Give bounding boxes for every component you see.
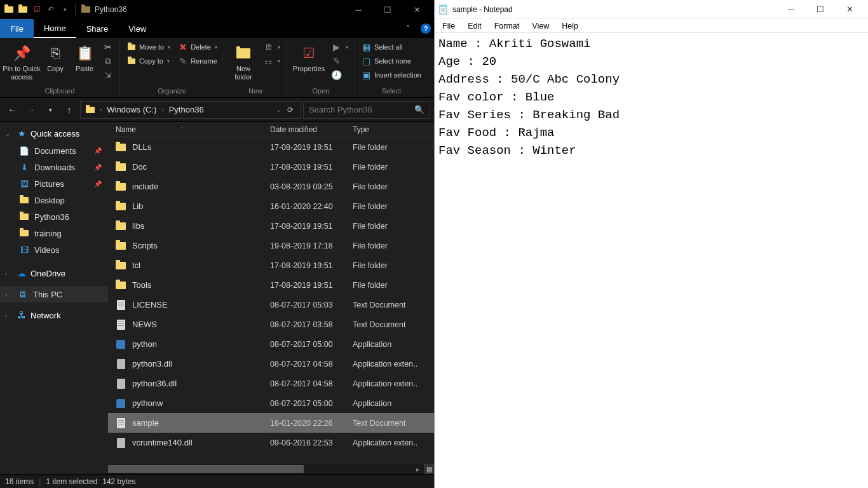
horizontal-scrollbar[interactable]: ▸ ▤: [108, 464, 434, 474]
sidebar-item-python36[interactable]: Python36: [0, 208, 108, 225]
tab-file[interactable]: File: [0, 19, 34, 38]
sidebar-item-documents[interactable]: 📄Documents📌: [0, 142, 108, 159]
sidebar-onedrive[interactable]: › ☁ OneDrive: [0, 264, 108, 282]
forward-button[interactable]: →: [23, 102, 39, 118]
new-item-button[interactable]: 🗎▾: [261, 41, 283, 53]
sidebar-item-pictures[interactable]: 🖼Pictures📌: [0, 175, 108, 192]
np-menu-edit[interactable]: Edit: [461, 20, 488, 32]
np-menu-format[interactable]: Format: [488, 20, 526, 32]
paste-button[interactable]: 📋 Paste: [71, 41, 98, 73]
delete-button[interactable]: ✖Delete▾: [175, 41, 220, 53]
scroll-right-icon[interactable]: ▸: [412, 464, 423, 474]
file-row[interactable]: tcl 17-08-2019 19:51 File folder: [108, 255, 434, 275]
cut-button[interactable]: ✂: [100, 41, 116, 53]
file-row[interactable]: sample 16-01-2020 22:26 Text Document: [108, 413, 434, 433]
explorer-titlebar[interactable]: ☑ ↶ ▾ Python36 ─ ☐ ✕: [0, 0, 434, 19]
view-toggle-icon[interactable]: ▤: [424, 464, 434, 474]
file-row[interactable]: libs 17-08-2019 19:51 File folder: [108, 216, 434, 236]
easy-access-button[interactable]: ⚏▾: [261, 55, 283, 67]
np-minimize-button[interactable]: ─: [776, 0, 806, 19]
notepad-text-area[interactable]: Name : Akriti Goswami Age : 20 Address :…: [435, 33, 868, 488]
chevron-right-icon[interactable]: ›: [159, 106, 166, 113]
tab-share[interactable]: Share: [76, 19, 119, 38]
paste-shortcut-button[interactable]: ⇲: [100, 69, 116, 81]
column-name[interactable]: Name˄: [108, 125, 270, 134]
np-menu-help[interactable]: Help: [555, 20, 585, 32]
sidebar-item-downloads[interactable]: ⬇Downloads📌: [0, 159, 108, 175]
new-folder-icon: [233, 43, 254, 64]
search-icon: 🔍: [414, 105, 424, 114]
file-row[interactable]: DLLs 17-08-2019 19:51 File folder: [108, 137, 434, 157]
properties-button[interactable]: ☑ Properties: [291, 41, 327, 73]
status-size: 142 bytes: [102, 477, 135, 486]
close-button[interactable]: ✕: [402, 0, 431, 19]
file-row[interactable]: Lib 16-01-2020 22:40 File folder: [108, 196, 434, 216]
address-bar[interactable]: › Windows (C:) › Python36 ⌄ ⟳: [80, 101, 301, 119]
sidebar-network[interactable]: › 🖧 Network: [0, 306, 108, 324]
move-to-button[interactable]: Move to▾: [124, 41, 173, 53]
file-row[interactable]: pythonw 08-07-2017 05:00 Application: [108, 393, 434, 413]
breadcrumb-drive[interactable]: Windows (C:): [104, 105, 159, 114]
file-rows-container[interactable]: DLLs 17-08-2019 19:51 File folder Doc 17…: [108, 137, 434, 464]
refresh-button[interactable]: ⟳: [283, 105, 297, 114]
file-type: File folder: [348, 143, 434, 152]
copy-button[interactable]: ⎘ Copy: [42, 41, 69, 73]
file-row[interactable]: python 08-07-2017 05:00 Application: [108, 334, 434, 354]
invert-selection-button[interactable]: ▣Invert selection: [359, 69, 424, 81]
copy-path-button[interactable]: ⧉: [100, 55, 116, 67]
sidebar-this-pc[interactable]: › 🖥 This PC: [0, 286, 108, 302]
notepad-titlebar[interactable]: sample - Notepad ─ ☐ ✕: [435, 0, 868, 19]
file-row[interactable]: NEWS 08-07-2017 03:58 Text Document: [108, 315, 434, 334]
file-row[interactable]: python3.dll 08-07-2017 04:58 Application…: [108, 354, 434, 374]
qat-folder-icon-2[interactable]: [17, 3, 29, 16]
np-maximize-button[interactable]: ☐: [806, 0, 835, 19]
collapse-ribbon-icon[interactable]: ˄: [398, 19, 417, 38]
minimize-button[interactable]: ─: [344, 0, 373, 19]
tab-home[interactable]: Home: [34, 19, 76, 38]
np-close-button[interactable]: ✕: [835, 0, 864, 19]
maximize-button[interactable]: ☐: [373, 0, 402, 19]
select-all-button[interactable]: ▦Select all: [359, 41, 424, 53]
open-button[interactable]: ▶▾: [329, 41, 351, 53]
up-button[interactable]: ↑: [61, 102, 78, 118]
sidebar-item-training[interactable]: training: [0, 225, 108, 241]
file-row[interactable]: python36.dll 08-07-2017 04:58 Applicatio…: [108, 374, 434, 393]
file-name: include: [132, 182, 158, 191]
file-row[interactable]: Tools 17-08-2019 19:51 File folder: [108, 275, 434, 295]
scrollbar-thumb[interactable]: [108, 465, 304, 473]
address-dropdown-icon[interactable]: ⌄: [273, 106, 283, 113]
qat-properties-icon[interactable]: ☑: [31, 3, 43, 16]
file-date: 03-08-2019 09:25: [270, 182, 348, 191]
tab-view[interactable]: View: [118, 19, 156, 38]
back-button[interactable]: ←: [4, 102, 20, 118]
pin-to-quick-access-button[interactable]: 📌 Pin to Quick access: [4, 41, 39, 81]
file-date: 08-07-2017 04:58: [270, 379, 348, 388]
qat-dropdown-icon[interactable]: ▾: [58, 3, 71, 16]
search-input[interactable]: Search Python36 🔍: [303, 101, 430, 119]
select-none-button[interactable]: ▢Select none: [359, 55, 424, 67]
recent-locations-button[interactable]: ▾: [42, 102, 58, 118]
qat-folder-icon[interactable]: [3, 3, 15, 16]
file-row[interactable]: Scripts 19-08-2019 17:18 File folder: [108, 236, 434, 255]
sidebar-item-desktop[interactable]: Desktop: [0, 192, 108, 208]
sidebar-quick-access[interactable]: ⌄ ★ Quick access: [0, 125, 108, 142]
history-button[interactable]: 🕘: [329, 69, 351, 81]
file-row[interactable]: Doc 17-08-2019 19:51 File folder: [108, 157, 434, 177]
help-button[interactable]: ?: [417, 19, 434, 38]
edit-button[interactable]: ✎: [329, 55, 351, 67]
file-row[interactable]: LICENSE 08-07-2017 05:03 Text Document: [108, 295, 434, 315]
qat-undo-icon[interactable]: ↶: [44, 3, 57, 16]
column-type[interactable]: Type: [348, 125, 434, 134]
new-folder-button[interactable]: New folder: [228, 41, 259, 81]
copy-to-button[interactable]: Copy to▾: [124, 55, 173, 67]
rename-button[interactable]: ✎Rename: [175, 55, 220, 67]
sidebar-item-videos[interactable]: 🎞Videos: [0, 241, 108, 258]
file-row[interactable]: include 03-08-2019 09:25 File folder: [108, 177, 434, 196]
chevron-right-icon[interactable]: ›: [97, 106, 104, 113]
np-menu-file[interactable]: File: [436, 20, 461, 32]
chevron-down-icon: ⌄: [5, 130, 13, 137]
np-menu-view[interactable]: View: [526, 20, 555, 32]
column-date[interactable]: Date modified: [270, 125, 348, 134]
breadcrumb-folder[interactable]: Python36: [166, 105, 207, 114]
file-row[interactable]: vcruntime140.dll 09-06-2016 22:53 Applic…: [108, 433, 434, 452]
